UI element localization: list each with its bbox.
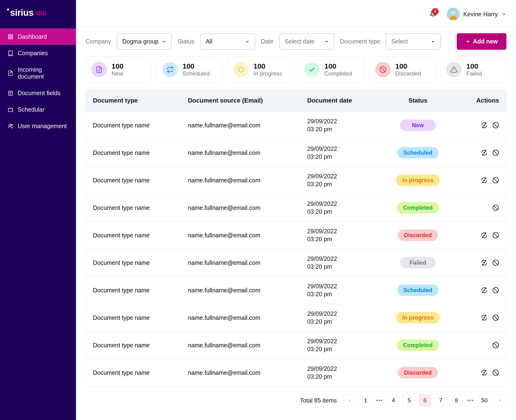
filter-bar: Company Dogma group Status All Date Sele…: [76, 27, 516, 56]
stat-card-failed[interactable]: 100Failed: [440, 56, 506, 83]
svg-line-51: [494, 233, 498, 237]
discard-button[interactable]: [492, 259, 499, 266]
discard-button[interactable]: [492, 204, 499, 211]
table-row: Document type namename.fullname@email.co…: [86, 167, 506, 194]
stat-card-completed[interactable]: 100Completed: [298, 56, 365, 83]
page-button-50[interactable]: 50: [478, 394, 491, 407]
svg-point-41: [484, 152, 485, 153]
pagination: Total 85 items1•••45678•••50: [76, 391, 516, 414]
stat-card-new[interactable]: 100New: [86, 56, 152, 83]
cell-email: name.fullname@email.com: [181, 331, 300, 359]
retry-button[interactable]: [481, 314, 487, 321]
sidebar-item-document-fields[interactable]: Document fields: [0, 85, 76, 101]
discard-button[interactable]: [492, 232, 499, 239]
status-select[interactable]: All: [200, 33, 255, 50]
date-select[interactable]: Select date: [279, 33, 334, 50]
discard-button[interactable]: [492, 122, 499, 129]
stat-card-discarded[interactable]: 100Discarded: [369, 56, 435, 83]
cell-status: Completed: [379, 331, 457, 359]
retry-button[interactable]: [481, 177, 487, 184]
documents-table: Document type Document source (Email) Do…: [86, 90, 506, 386]
cell-email: name.fullname@email.com: [181, 277, 300, 304]
svg-point-32: [238, 69, 239, 70]
user-menu[interactable]: Kevine Harry: [447, 8, 507, 21]
cell-actions: [457, 139, 506, 167]
cell-email: name.fullname@email.com: [181, 359, 300, 387]
stat-card-scheduled[interactable]: 100Scheduled: [156, 56, 223, 83]
retry-button[interactable]: [481, 122, 487, 129]
chevron-right-icon: [498, 398, 502, 402]
date-label: Date: [261, 38, 273, 45]
company-value: Dogma group: [122, 38, 158, 45]
sidebar-item-dashboard[interactable]: Dashboard: [0, 29, 76, 45]
status-badge: Completed: [397, 339, 439, 351]
page-button-1[interactable]: 1: [359, 394, 372, 407]
page-button-6[interactable]: 6: [419, 394, 431, 407]
cell-actions: [457, 359, 506, 387]
page-button-4[interactable]: 4: [387, 394, 400, 407]
status-value: All: [206, 38, 212, 45]
discard-button[interactable]: [492, 314, 499, 321]
sidebar-item-label: Dashboard: [18, 33, 47, 40]
add-new-label: Add new: [473, 38, 498, 45]
col-type: Document type: [86, 90, 181, 112]
sidebar-item-companies[interactable]: Companies: [0, 45, 76, 61]
status-badge: Scheduled: [397, 285, 439, 296]
cell-email: name.fullname@email.com: [181, 194, 300, 222]
notification-bell[interactable]: 4: [429, 10, 437, 18]
page-button-5[interactable]: 5: [403, 394, 415, 407]
col-status: Status: [379, 90, 457, 112]
retry-button[interactable]: [481, 150, 487, 156]
table-container: Document type Document source (Email) Do…: [86, 90, 506, 387]
retry-button[interactable]: [481, 232, 487, 239]
page-button-8[interactable]: 8: [450, 394, 463, 407]
svg-rect-0: [8, 35, 10, 36]
discard-button[interactable]: [492, 342, 499, 349]
doctype-select[interactable]: Select: [386, 33, 441, 50]
discard-button[interactable]: [492, 150, 499, 156]
svg-point-28: [243, 69, 244, 70]
svg-point-33: [239, 68, 240, 68]
svg-point-29: [242, 71, 243, 72]
discard-button[interactable]: [492, 177, 499, 184]
cell-date: 29/09/202203:20 pm: [300, 249, 379, 277]
incoming-document-icon: [8, 70, 13, 76]
dashboard-icon: [8, 34, 13, 40]
status-badge: Failed: [400, 257, 436, 269]
user-management-icon: [8, 123, 13, 129]
status-badge: Discarded: [398, 230, 438, 241]
table-row: Document type namename.fullname@email.co…: [86, 112, 506, 139]
col-date: Document date: [300, 90, 379, 112]
sidebar-item-incoming-document[interactable]: Incoming document: [0, 61, 76, 85]
retry-button[interactable]: [481, 369, 487, 376]
stat-discarded-icon: [375, 62, 391, 77]
cell-type: Document type name: [86, 194, 181, 222]
svg-point-58: [484, 317, 485, 318]
cell-actions: [457, 222, 506, 249]
stat-card-progress[interactable]: 100In progress: [228, 56, 294, 83]
svg-rect-2: [11, 37, 13, 39]
logo-dot-icon: [7, 9, 9, 10]
page-ellipsis: •••: [466, 397, 475, 404]
page-prev-button[interactable]: [344, 394, 356, 407]
discard-button[interactable]: [492, 287, 499, 293]
cell-email: name.fullname@email.com: [181, 304, 300, 331]
table-row: Document type namename.fullname@email.co…: [86, 249, 506, 277]
discard-button[interactable]: [492, 369, 499, 376]
cell-date: 29/09/202203:20 pm: [300, 331, 379, 359]
svg-point-49: [484, 235, 485, 236]
cell-email: name.fullname@email.com: [181, 167, 300, 194]
stat-count: 100: [395, 62, 421, 70]
main: 4 Kevine Harry Company Dogma group Statu…: [76, 0, 516, 420]
company-select[interactable]: Dogma group: [117, 33, 172, 50]
sidebar-item-schedular[interactable]: Schedular: [0, 101, 76, 118]
sidebar-item-user-management[interactable]: User management: [0, 118, 76, 134]
retry-button[interactable]: [481, 259, 487, 266]
page-button-7[interactable]: 7: [435, 394, 447, 407]
stat-label: Completed: [324, 70, 352, 77]
retry-button[interactable]: [481, 287, 487, 293]
status-badge: New: [400, 120, 436, 131]
add-new-button[interactable]: Add new: [457, 33, 506, 50]
cell-date: 29/09/202203:20 pm: [300, 359, 379, 387]
page-next-button[interactable]: [494, 394, 506, 407]
